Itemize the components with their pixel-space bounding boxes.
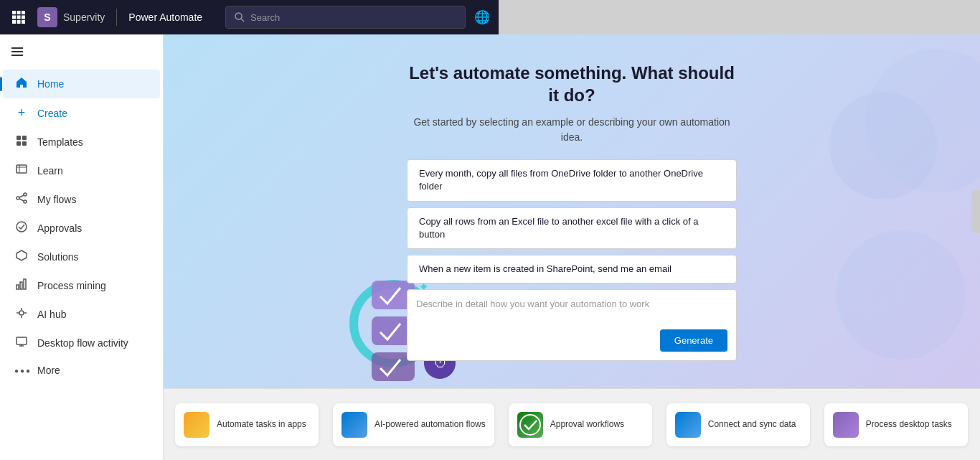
sidebar-item-desktopflow[interactable]: Desktop flow activity [3,329,160,357]
svg-point-9 [235,13,242,19]
brand-logo: S Supervity [37,7,105,27]
sidebar-item-myflows[interactable]: My flows [3,185,160,214]
content-area: ✦ ✦ ⏱ Let's automate something. What sho… [164,34,980,460]
bottom-card-icon-4 [675,412,701,438]
svg-point-22 [24,193,27,196]
approvals-icon [14,221,29,235]
bottom-card-text-3: Approval workflows [550,419,624,431]
svg-rect-14 [17,136,21,140]
brand-name: Supervity [63,11,105,23]
bottom-card-text-4: Connect and sync data [708,419,796,431]
desktopflow-icon [14,336,29,350]
svg-rect-0 [12,11,16,14]
generate-button[interactable]: Generate [660,329,727,352]
sidebar-label-more: More [37,365,60,376]
globe-icon[interactable]: 🌐 [474,9,490,25]
bottom-card-2[interactable]: AI-powered automation flows [333,403,494,446]
suggestion-button-3[interactable]: When a new item is created in SharePoint… [407,255,737,283]
svg-point-31 [19,311,24,315]
sidebar-label-desktopflow: Desktop flow activity [37,337,128,349]
deco-circle-2 [829,92,937,200]
bottom-card-4[interactable]: Connect and sync data [666,403,810,446]
bottom-card-icon-2 [341,412,367,438]
svg-rect-11 [11,47,23,49]
sidebar-label-processmining: Process mining [37,280,106,291]
sidebar-item-solutions[interactable]: Solutions [3,243,160,271]
sidebar-item-processmining[interactable]: Process mining [3,271,160,300]
brand-icon: S [37,7,57,27]
search-bar[interactable] [225,6,466,29]
svg-point-47 [520,415,540,435]
sidebar-item-approvals[interactable]: Approvals [3,214,160,243]
svg-rect-29 [20,282,22,289]
svg-line-10 [241,19,244,22]
myflows-icon [14,192,29,207]
learn-icon [14,164,29,178]
sidebar-label-templates: Templates [37,136,83,148]
templates-icon [14,135,29,149]
svg-point-23 [24,200,27,203]
svg-rect-6 [12,20,16,24]
topbar-gray-extension [499,0,980,34]
hamburger-button[interactable] [0,40,163,70]
svg-rect-12 [11,51,23,52]
svg-rect-2 [22,11,25,14]
sidebar-item-learn[interactable]: Learn [3,156,160,185]
bottom-card-text-5: Process desktop tasks [866,419,952,431]
bottom-card-5[interactable]: Process desktop tasks [824,403,968,446]
hero-decorations [765,34,980,388]
svg-rect-36 [17,337,27,344]
svg-rect-16 [17,141,21,146]
sidebar-item-aihub[interactable]: AI hub [3,300,160,329]
svg-rect-17 [22,141,27,146]
hero-title: Let's automate something. What should it… [407,62,737,106]
bottom-card-1[interactable]: Automate tasks in apps [175,403,319,446]
sidebar-label-create: Create [37,108,67,119]
svg-point-21 [17,197,19,200]
svg-rect-18 [17,165,27,173]
sidebar-item-templates[interactable]: Templates [3,128,160,156]
solutions-icon [14,250,29,264]
svg-rect-28 [17,285,19,289]
bottom-card-text-1: Automate tasks in apps [217,419,306,431]
scroll-indicator[interactable] [971,190,980,233]
aihub-icon [14,307,29,321]
svg-marker-27 [17,250,27,260]
hero-subtitle: Get started by selecting an example or d… [407,115,737,145]
sidebar-label-home: Home [37,78,64,90]
svg-rect-13 [11,55,23,56]
search-input[interactable] [250,12,456,23]
topbar-divider [116,9,117,26]
create-icon: + [14,105,29,121]
describe-area: Generate [407,289,737,361]
sidebar: Home + Create Templates [0,34,164,460]
suggestion-button-1[interactable]: Every month, copy all files from OneDriv… [407,159,737,201]
suggestion-button-2[interactable]: Copy all rows from an Excel file to anot… [407,207,737,249]
svg-rect-4 [17,16,21,19]
hero-center: Let's automate something. What should it… [392,47,751,375]
sidebar-item-create[interactable]: + Create [3,98,160,128]
sidebar-label-approvals: Approvals [37,222,82,234]
sidebar-label-solutions: Solutions [37,251,79,263]
sidebar-label-myflows: My flows [37,194,76,205]
bottom-card-text-2: AI-powered automation flows [374,419,486,431]
active-indicator [0,77,2,91]
sidebar-item-home[interactable]: Home [3,70,160,98]
bottom-card-3[interactable]: Approval workflows [509,403,652,446]
svg-line-25 [19,199,24,201]
waffle-icon[interactable] [9,7,29,27]
svg-line-24 [19,195,24,197]
topbar-right: 🌐 [474,9,490,25]
home-icon [14,77,29,91]
svg-rect-7 [17,20,21,24]
svg-rect-30 [24,279,26,289]
search-icon [235,12,245,22]
bottom-strip: Automate tasks in apps AI-powered automa… [164,388,980,460]
bottom-card-icon-3 [517,412,543,438]
svg-rect-3 [12,16,16,19]
svg-rect-8 [22,20,25,24]
sidebar-item-more[interactable]: ●●● More [3,357,160,383]
deco-circle-3 [837,230,966,360]
svg-rect-5 [22,16,25,19]
svg-rect-15 [22,136,27,140]
